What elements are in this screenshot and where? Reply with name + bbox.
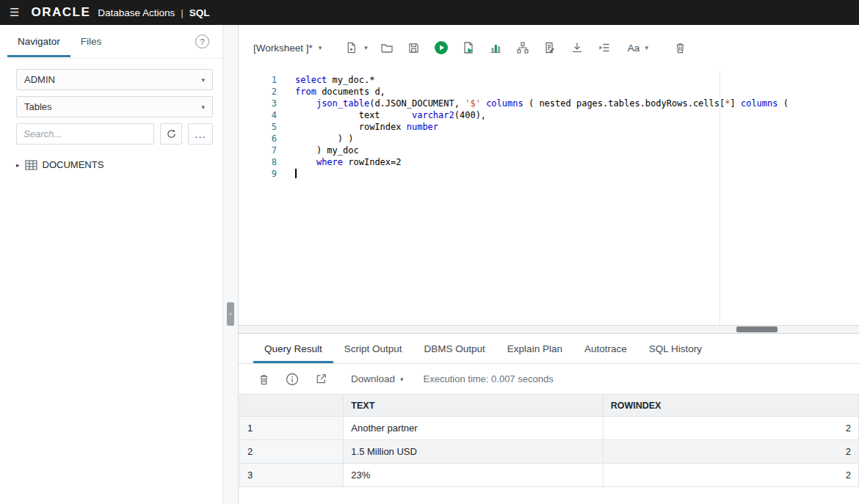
result-cell: 2 [603, 440, 858, 464]
result-toolbar: Download ▾ Execution time: 0.007 seconds [239, 364, 859, 394]
result-grid-header: TEXT ROWINDEX [240, 395, 859, 417]
help-icon[interactable]: ? [195, 34, 209, 48]
run-statement-icon[interactable] [433, 40, 449, 56]
save-icon[interactable] [406, 40, 422, 56]
result-row[interactable]: 21.5 Million USD2 [240, 440, 859, 464]
topbar-divider: | [181, 7, 184, 18]
result-tabbar: Query ResultScript OutputDBMS OutputExpl… [239, 334, 859, 364]
info-icon[interactable] [285, 372, 300, 387]
worksheet-toolbar: [Worksheet ]* ▾ ▾ [239, 25, 859, 70]
worksheet-pane: [Worksheet ]* ▾ ▾ [239, 25, 859, 325]
line-number: 4 [239, 109, 277, 121]
result-tab-script-output[interactable]: Script Output [333, 335, 413, 363]
tab-navigator[interactable]: Navigator [7, 26, 70, 57]
download-label: Download [351, 373, 395, 384]
clear-worksheet-icon[interactable] [673, 40, 689, 56]
font-size-label: Aa [628, 43, 640, 54]
download-results-button[interactable]: Download ▾ [351, 373, 404, 384]
column-header-rowindex[interactable]: ROWINDEX [603, 395, 858, 417]
search-row: ... [16, 123, 213, 145]
open-in-new-icon[interactable] [313, 372, 328, 387]
code-line[interactable]: 8 where rowIndex=2 [239, 156, 859, 168]
code-line[interactable]: 6 ) ) [239, 133, 859, 145]
line-number: 7 [239, 145, 277, 156]
line-number: 6 [239, 133, 277, 145]
result-cell: 23% [344, 464, 603, 487]
result-cell: 1 [240, 417, 344, 440]
worksheet-selector[interactable]: [Worksheet ]* ▾ [253, 43, 322, 54]
tree-item-documents[interactable]: ▸ DOCUMENTS [16, 159, 222, 170]
line-number: 3 [239, 98, 277, 109]
chevron-down-icon: ▾ [645, 44, 648, 51]
new-worksheet-menu-caret[interactable]: ▾ [364, 44, 368, 51]
refresh-icon [166, 128, 177, 139]
worksheet-title: [Worksheet ]* [253, 43, 313, 54]
result-tab-query-result[interactable]: Query Result [253, 335, 333, 363]
line-number: 8 [239, 156, 277, 168]
explain-plan-icon[interactable] [515, 40, 531, 56]
schema-select-value: ADMIN [24, 74, 55, 85]
tab-files[interactable]: Files [70, 26, 112, 57]
oracle-logo: ORACLE [31, 5, 90, 20]
chevron-down-icon: ▾ [319, 44, 322, 51]
object-tree: ▸ DOCUMENTS [0, 145, 222, 170]
result-row[interactable]: 323%2 [240, 464, 859, 487]
new-worksheet-icon[interactable] [343, 40, 359, 56]
refresh-button[interactable] [160, 123, 182, 145]
column-header-text[interactable]: TEXT [344, 395, 603, 417]
result-tab-explain-plan[interactable]: Explain Plan [496, 335, 573, 363]
chevron-down-icon: ▾ [400, 376, 404, 383]
line-number: 5 [239, 121, 277, 133]
tree-item-label: DOCUMENTS [43, 159, 104, 170]
result-grid-body: 1Another partner221.5 Million USD2323%2 [240, 417, 859, 487]
horizontal-splitter-handle[interactable] [736, 326, 778, 332]
result-tab-dbms-output[interactable]: DBMS Output [413, 335, 496, 363]
expand-caret-icon[interactable]: ▸ [16, 161, 20, 169]
code-line[interactable]: 7 ) my_doc [239, 145, 859, 156]
product-name: Database Actions [98, 7, 175, 18]
font-size-selector[interactable]: Aa ▾ [628, 43, 648, 54]
object-type-select-value: Tables [24, 101, 52, 112]
autotrace-icon[interactable] [488, 40, 504, 56]
result-tab-sql-history[interactable]: SQL History [638, 335, 713, 363]
code-line[interactable]: 9 [239, 168, 859, 180]
more-actions-button[interactable]: ... [188, 123, 213, 145]
top-bar: ☰ ORACLE Database Actions | SQL [0, 0, 859, 25]
object-type-select[interactable]: Tables ▾ [16, 96, 213, 117]
chevron-down-icon: ▾ [201, 76, 205, 84]
search-input[interactable] [16, 123, 154, 145]
line-number: 9 [239, 168, 277, 180]
code-line[interactable]: 2from documents d, [239, 86, 859, 98]
row-number-header [240, 395, 344, 417]
code-line[interactable]: 1select my_doc.* [239, 74, 859, 86]
result-tab-autotrace[interactable]: Autotrace [573, 335, 638, 363]
format-icon[interactable] [596, 40, 612, 56]
module-name: SQL [189, 7, 210, 18]
result-grid: TEXT ROWINDEX 1Another partner221.5 Mill… [239, 394, 859, 487]
result-cell: 2 [240, 440, 344, 464]
code-lines: 1select my_doc.*2from documents d,3 json… [239, 74, 859, 180]
hamburger-menu-icon[interactable]: ☰ [10, 6, 19, 19]
vertical-splitter-handle[interactable]: ‹ [227, 302, 234, 326]
run-script-icon[interactable] [460, 40, 476, 56]
chevron-down-icon: ▾ [201, 103, 205, 111]
code-line[interactable]: 3 json_table(d.JSON_DOCUMENT, '$' column… [239, 98, 859, 109]
navigator-sidebar: Navigator Files ? ADMIN ▾ Tables ▾ ... [0, 25, 223, 504]
sidebar-controls: ADMIN ▾ Tables ▾ ... [0, 59, 222, 145]
clear-results-icon[interactable] [256, 372, 271, 387]
code-line[interactable]: 4 text varchar2(400), [239, 109, 859, 121]
schema-select[interactable]: ADMIN ▾ [16, 69, 213, 90]
result-row[interactable]: 1Another partner2 [240, 417, 859, 440]
sql-editor[interactable]: 1select my_doc.*2from documents d,3 json… [239, 70, 859, 325]
open-file-icon[interactable] [379, 40, 395, 56]
line-number: 1 [239, 74, 277, 86]
code-line[interactable]: 5 rowIndex number [239, 121, 859, 133]
main-area: [Worksheet ]* ▾ ▾ [238, 25, 859, 504]
result-cell: 2 [603, 417, 858, 440]
text-cursor [295, 169, 297, 178]
download-icon[interactable] [569, 40, 585, 56]
sql-history-icon[interactable] [542, 40, 558, 56]
table-grid-icon [25, 160, 37, 170]
vertical-splitter: ‹ [223, 25, 238, 504]
result-cell: 2 [603, 464, 858, 487]
